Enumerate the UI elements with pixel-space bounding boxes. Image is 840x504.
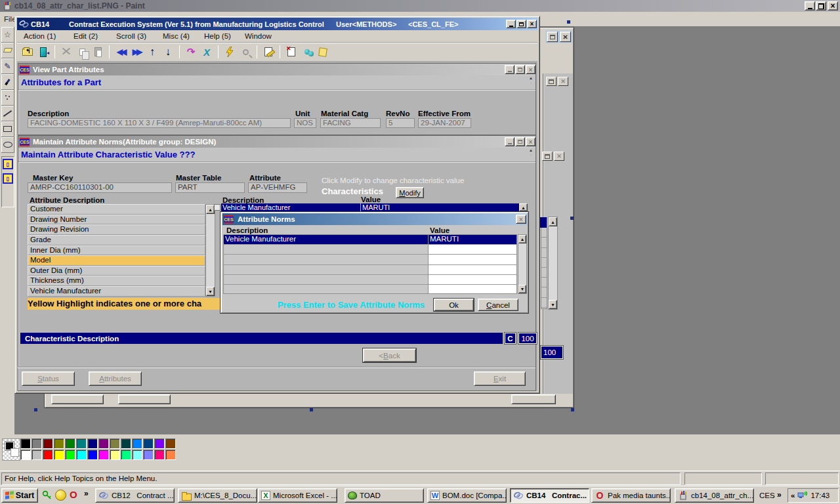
tool-option-icon[interactable]: ▯ — [3, 159, 13, 169]
scroll-down-icon[interactable]: ↓ — [160, 44, 176, 60]
scroll-up-icon[interactable]: ↑ — [144, 44, 160, 60]
menu-misc-4-[interactable]: Misc (4) — [163, 32, 190, 40]
paint-close-button[interactable]: × — [828, 1, 838, 10]
selection-handle[interactable] — [34, 408, 37, 411]
menu-scroll-3-[interactable]: Scroll (3) — [116, 32, 146, 40]
palette-color[interactable] — [98, 450, 109, 460]
palette-color[interactable] — [143, 450, 154, 460]
attribute-list-scrollbar[interactable]: ▲ ▼ — [205, 204, 215, 297]
quicklaunch-overflow-chevron[interactable]: » — [84, 489, 89, 498]
master-table-field[interactable]: PART — [175, 182, 245, 193]
palette-color[interactable] — [154, 450, 165, 460]
quicklaunch-key-icon[interactable] — [42, 490, 52, 501]
tray-collapse-chevron[interactable]: « — [791, 492, 795, 499]
selection-handle[interactable] — [570, 217, 574, 220]
attribute-row[interactable]: Thickness (mm) — [28, 276, 205, 286]
view-part-minimize-button[interactable] — [505, 65, 514, 74]
paint-fg-bg-colors[interactable] — [2, 438, 20, 461]
palette-color[interactable] — [110, 450, 120, 460]
palette-color[interactable] — [165, 438, 176, 449]
palette-color[interactable] — [87, 450, 98, 460]
menu-window[interactable]: Window — [245, 32, 272, 40]
selection-handle[interactable] — [310, 408, 313, 411]
taskbar-button[interactable]: XMicrosoft Excel - ... — [258, 488, 337, 503]
taskbar-button[interactable]: WBOM.doc [Compa... — [427, 488, 507, 503]
edit-note-icon[interactable] — [261, 44, 276, 60]
copy-icon[interactable] — [74, 44, 90, 60]
line-tool-icon[interactable] — [1, 106, 14, 121]
attribute-field[interactable]: AP-VEHMFG — [248, 182, 307, 193]
dialog-row-desc[interactable]: Vehicle Manufacturer — [224, 235, 428, 244]
view-part-maximize-button[interactable] — [515, 65, 525, 74]
palette-color[interactable] — [43, 450, 53, 460]
zoom-in-icon[interactable] — [238, 44, 253, 60]
master-key-field[interactable]: AMRP-CC160110301-00 — [28, 182, 172, 193]
palette-color[interactable] — [76, 438, 87, 449]
maintain-minimize-button[interactable] — [505, 137, 514, 146]
paint-restore-button[interactable] — [816, 1, 826, 10]
airbrush-tool-icon[interactable] — [1, 90, 14, 106]
taskbar-button[interactable]: TOAD — [345, 488, 424, 503]
palette-color[interactable] — [54, 450, 64, 460]
folder-open-icon[interactable] — [20, 44, 35, 60]
network-tray-icon[interactable] — [797, 491, 808, 500]
palette-color[interactable] — [110, 438, 120, 449]
brush-tool-icon[interactable] — [1, 74, 14, 90]
palette-color[interactable] — [98, 438, 109, 449]
eraser-tool-icon[interactable] — [1, 43, 14, 58]
revno-field[interactable]: 5 — [386, 118, 415, 128]
palette-color[interactable] — [54, 438, 64, 449]
mini-scrollbar[interactable]: ▲· — [528, 148, 534, 158]
palette-color[interactable] — [165, 450, 176, 460]
palette-color[interactable] — [132, 438, 142, 449]
menu-action-1-[interactable]: Action (1) — [24, 32, 56, 40]
mini-scrollbar[interactable]: ▲· — [528, 76, 534, 85]
cut-icon[interactable] — [58, 44, 74, 60]
free-select-tool-icon[interactable]: ☆ — [1, 27, 14, 43]
redo-icon[interactable]: ↷ — [183, 44, 199, 60]
palette-color[interactable] — [32, 438, 42, 449]
palette-color[interactable] — [20, 438, 31, 449]
attribute-row[interactable]: Grade — [28, 235, 205, 245]
palette-color[interactable] — [76, 450, 87, 460]
attributes-button[interactable]: Attributes — [89, 371, 142, 386]
attribute-row[interactable]: Vehicle Manufacturer — [28, 286, 205, 297]
palette-color[interactable] — [32, 450, 42, 460]
menu-help-5-[interactable]: Help (5) — [204, 32, 231, 40]
palette-color[interactable] — [20, 450, 31, 460]
paste-icon[interactable] — [90, 44, 106, 60]
taskbar-button[interactable]: OPak media taunts... — [591, 488, 671, 503]
attribute-row[interactable]: Drawing Revision — [28, 224, 205, 235]
keys-icon[interactable] — [299, 44, 315, 60]
ces-tray-text[interactable]: CES — [759, 492, 775, 499]
ellipse-tool-icon[interactable] — [1, 137, 14, 153]
hand-paper-icon[interactable] — [315, 44, 331, 60]
palette-color[interactable] — [132, 450, 142, 460]
attribute-row[interactable]: Drawing Number — [28, 215, 205, 225]
palette-color[interactable] — [154, 438, 165, 449]
palette-color[interactable] — [65, 438, 75, 449]
exit-door-icon[interactable] — [35, 44, 51, 60]
exit-button[interactable]: Exit — [474, 371, 526, 386]
pencil-tool-icon[interactable]: ✎ — [1, 58, 14, 74]
selection-handle[interactable] — [571, 408, 574, 411]
cancel-button[interactable]: Cancel — [478, 299, 518, 311]
taskbar-button[interactable]: M:\CES_8_Docu... — [178, 488, 257, 503]
palette-color[interactable] — [121, 438, 131, 449]
view-part-close-button[interactable]: × — [526, 65, 536, 74]
attribute-row[interactable]: Customer — [28, 204, 205, 215]
unit-field[interactable]: NOS — [294, 118, 316, 128]
palette-color[interactable] — [43, 438, 53, 449]
menu-edit-2-[interactable]: Edit (2) — [74, 32, 98, 40]
ces-maximize-button[interactable] — [516, 20, 526, 28]
ces-close-button[interactable]: × — [527, 20, 537, 28]
attribute-row[interactable]: Model — [28, 255, 205, 266]
status-button[interactable]: Status — [22, 371, 75, 386]
flash-icon[interactable] — [222, 44, 238, 60]
palette-color[interactable] — [143, 438, 154, 449]
modify-button[interactable]: Modify — [396, 187, 424, 198]
taskbar-button[interactable]: CB14 Contrac... — [510, 488, 589, 503]
quicklaunch-opera-icon[interactable]: O — [70, 489, 77, 500]
taskbar-button[interactable]: CB12 Contract ... — [95, 488, 175, 503]
start-button[interactable]: Start — [1, 488, 38, 503]
